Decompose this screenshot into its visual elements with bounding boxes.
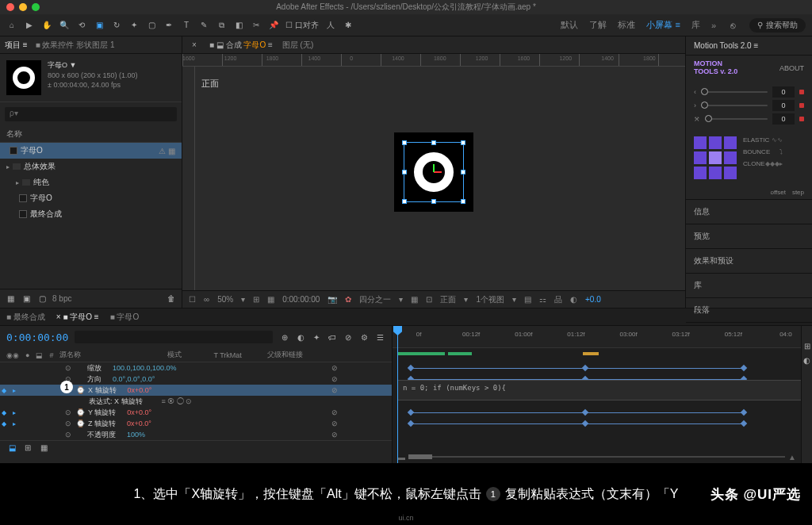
tab-project[interactable]: 项目 ≡: [5, 40, 28, 51]
bounce-label[interactable]: BOUNCE: [743, 148, 770, 155]
anchor-br[interactable]: [724, 167, 737, 179]
anchor-tr[interactable]: [724, 136, 737, 149]
comp-lock-icon[interactable]: ×: [189, 40, 200, 51]
handle-tm[interactable]: [431, 140, 436, 145]
slider-1-value[interactable]: 0: [772, 86, 795, 98]
handle-br[interactable]: [461, 199, 465, 204]
zoom-out-icon[interactable]: ▬: [397, 453, 405, 462]
vc-icon[interactable]: ◐: [570, 295, 577, 304]
handle-tl[interactable]: [402, 140, 407, 145]
sync-icon[interactable]: ⎋: [727, 20, 738, 31]
timeline-tab[interactable]: ■ 字母O: [110, 312, 140, 323]
tl-toggle-icon[interactable]: ▦: [38, 443, 49, 454]
exposure-value[interactable]: +0.0: [585, 295, 601, 304]
panel-section[interactable]: 效果和预设: [686, 249, 812, 274]
layer-dropdown[interactable]: 图层 (无): [282, 40, 313, 51]
tl-icon[interactable]: 🏷: [327, 331, 338, 343]
handle-bl[interactable]: [402, 199, 407, 204]
workspace-small[interactable]: 小屏幕 ≡: [646, 19, 680, 31]
type-tool[interactable]: T: [181, 20, 192, 31]
clone-tool[interactable]: ⧉: [216, 20, 227, 31]
handle-mr[interactable]: [461, 170, 465, 174]
maximize-window[interactable]: [32, 3, 40, 11]
tab-effect-controls[interactable]: ■ 效果控件 形状图层 1: [36, 40, 115, 51]
vc-icon[interactable]: ⊡: [426, 295, 432, 304]
vc-icon[interactable]: ▦: [411, 295, 418, 304]
timeline-property-row[interactable]: ◆▸⊙⌚Y 轴旋转0x+0.0°⊘: [0, 407, 392, 418]
timeline-property-row[interactable]: ⊙缩放100.0,100.0,100.0%⊘: [0, 362, 392, 374]
timeline-ruler[interactable]: 0f00:12f01:00f01:12f03:00f03:12f05:12f04…: [393, 326, 812, 348]
vc-icon[interactable]: 品: [554, 294, 562, 305]
record-dot[interactable]: [799, 117, 804, 121]
graph-icon[interactable]: ⊞: [802, 340, 813, 351]
tl-icon[interactable]: ⚙: [358, 331, 370, 343]
channel-icon[interactable]: ✿: [345, 295, 351, 304]
extra-icon-2[interactable]: ✱: [343, 20, 354, 31]
timeline-search[interactable]: [75, 331, 273, 343]
timeline-tracks[interactable]: 0f00:12f01:00f01:12f03:00f03:12f05:12f04…: [393, 326, 812, 463]
brush-tool[interactable]: ✎: [198, 20, 209, 31]
handle-ml[interactable]: [402, 170, 407, 174]
handle-bm[interactable]: [431, 199, 436, 204]
timeline-property-row[interactable]: ⊙方向0.0°,0.0°,0.0°⊘: [0, 374, 392, 385]
project-item[interactable]: 字母O: [0, 190, 182, 206]
new-comp-icon[interactable]: ▣: [21, 293, 32, 305]
viewer[interactable]: 1600120018001400014001800120016001200140…: [182, 54, 685, 290]
anchor-center[interactable]: [709, 151, 722, 164]
work-area[interactable]: [397, 352, 445, 355]
pen-tool[interactable]: ✒: [163, 20, 174, 31]
timeline-property-row[interactable]: ◆▸⊙⌚Z 轴旋转0x+0.0°⊘: [0, 418, 392, 429]
close-window[interactable]: [6, 3, 14, 11]
timeline-tab[interactable]: × ■ 字母O ≡: [56, 312, 99, 323]
clone-label[interactable]: CLONE: [743, 160, 765, 167]
collapse-icon[interactable]: ◐: [802, 354, 813, 366]
vc-icon[interactable]: ☐: [189, 295, 196, 304]
eraser-tool[interactable]: ◧: [233, 20, 244, 31]
timeline-property-row[interactable]: 表达式: X 轴旋转≡ ⦿ ◯ ⊙: [0, 396, 392, 407]
views-dropdown[interactable]: 1个视图: [476, 294, 504, 305]
tl-icon[interactable]: ◐: [295, 331, 306, 343]
extra-icon[interactable]: 人: [325, 20, 336, 31]
vc-icon[interactable]: ▦: [267, 295, 274, 304]
panel-section[interactable]: 库: [686, 274, 812, 298]
zoom-tool[interactable]: 🔍: [59, 20, 70, 31]
anchor-ml[interactable]: [694, 151, 707, 164]
arrow-left-icon[interactable]: ‹: [694, 88, 696, 96]
zoom-slider[interactable]: [408, 454, 432, 459]
home-icon[interactable]: ⌂: [6, 20, 17, 31]
about-button[interactable]: ABOUT: [779, 64, 804, 72]
anchor-bl[interactable]: [694, 167, 707, 179]
vc-icon[interactable]: ▤: [524, 295, 531, 304]
tl-icon[interactable]: ⊕: [279, 331, 290, 343]
zoom-in-icon[interactable]: ▲: [788, 453, 796, 462]
work-area[interactable]: [448, 352, 472, 355]
record-dot[interactable]: [799, 90, 804, 94]
project-search[interactable]: ρ▾: [5, 107, 177, 121]
both-arrow-icon[interactable]: ⤧: [694, 115, 700, 123]
slider-1[interactable]: [701, 91, 768, 93]
hand-tool[interactable]: ✋: [41, 20, 52, 31]
current-timecode[interactable]: 0:00:00:00: [6, 331, 68, 343]
tl-icon[interactable]: ✦: [311, 331, 322, 343]
zoom-dropdown[interactable]: 50%: [217, 295, 233, 304]
composition-canvas[interactable]: [394, 132, 473, 212]
anchor-tool[interactable]: ✦: [128, 20, 140, 31]
marker[interactable]: [583, 352, 599, 355]
minimize-window[interactable]: [19, 3, 27, 11]
shape-tool[interactable]: ▢: [146, 20, 157, 31]
orbit-tool[interactable]: ⟲: [76, 20, 87, 31]
slider-2[interactable]: [701, 105, 768, 106]
project-item[interactable]: 最终合成: [0, 206, 182, 222]
snap-toggle[interactable]: ☐口对齐: [285, 20, 319, 31]
rotate-tool[interactable]: ↻: [111, 20, 122, 31]
keyframe[interactable]: [741, 409, 747, 416]
folder-icon[interactable]: ▢: [36, 293, 48, 305]
slider-3-value[interactable]: 0: [772, 113, 795, 125]
time-display[interactable]: 0:00:00:00: [282, 295, 320, 304]
tl-icon[interactable]: ☰: [374, 331, 385, 343]
tl-toggle-icon[interactable]: ⊞: [22, 443, 33, 454]
view-label-dd[interactable]: 正面: [440, 294, 456, 305]
offset-label[interactable]: offset: [770, 189, 785, 196]
vc-icon[interactable]: ⚏: [539, 295, 546, 304]
anchor-tm[interactable]: [709, 136, 722, 149]
